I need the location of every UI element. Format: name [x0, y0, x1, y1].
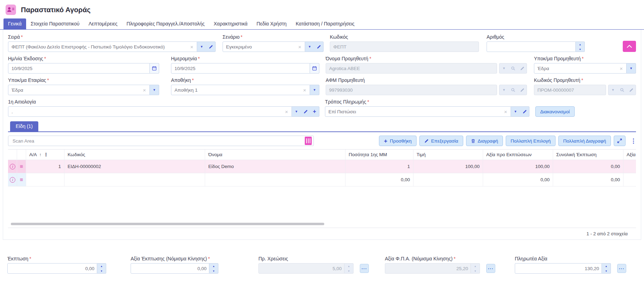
tab-items[interactable]: Είδη (1) — [10, 121, 38, 131]
search-icon — [618, 85, 627, 95]
vat-value-more-button[interactable]: ··· — [486, 264, 495, 273]
number-field: Αριθμός ▲ ▼ — [487, 34, 585, 52]
expand-grid-button[interactable] — [614, 136, 626, 146]
tab-characteristics[interactable]: Χαρακτηριστικά — [209, 18, 252, 29]
row-info-icon[interactable]: i — [10, 177, 15, 183]
settlements-button[interactable]: Διακανονισμοί — [535, 106, 575, 117]
dropdown-icon[interactable]: ▼ — [310, 85, 319, 95]
col-header-total-discount[interactable]: Συνολική Έκπτωση — [553, 150, 623, 160]
clear-icon[interactable]: × — [284, 109, 289, 114]
clear-icon[interactable]: × — [302, 87, 307, 93]
clear-icon[interactable]: × — [619, 66, 624, 71]
column-menu-icon[interactable]: ⋮ — [44, 152, 48, 157]
payable-value-more-button[interactable]: ··· — [617, 264, 626, 273]
dropdown-icon[interactable]: ▼ — [627, 63, 636, 73]
multi-select-button[interactable]: Πολλαπλή Επιλογή — [506, 136, 556, 146]
delete-line-button[interactable]: Διαγραφή — [466, 136, 503, 146]
supplier-code-input — [537, 87, 603, 93]
spin-up-icon[interactable]: ▲ — [97, 264, 106, 268]
dropdown-icon[interactable]: ▼ — [292, 107, 301, 116]
dropdown-icon[interactable]: ▼ — [305, 42, 314, 52]
multi-delete-button[interactable]: Πολλαπλή Διαγραφή — [558, 136, 611, 146]
dropdown-icon[interactable]: ▼ — [511, 107, 520, 116]
barcode-button[interactable] — [305, 137, 312, 145]
spin-down-icon[interactable]: ▼ — [602, 268, 611, 273]
col-header-value[interactable]: Αξία — [623, 150, 636, 160]
table-row[interactable]: i ≡ 1 ΕΙΔΗ-00000002 Είδος Demo 1 100,00 … — [8, 160, 636, 173]
spin-down-icon[interactable]: ▼ — [576, 47, 584, 52]
pencil-icon — [424, 139, 429, 143]
add-icon[interactable]: + — [310, 107, 319, 116]
spin-down-icon: ▼ — [344, 268, 353, 273]
cell-price — [413, 173, 483, 186]
reason1-input[interactable] — [11, 109, 284, 114]
clear-icon[interactable]: × — [297, 44, 302, 49]
calendar-icon[interactable] — [310, 63, 319, 73]
clear-icon[interactable]: × — [189, 44, 194, 49]
dropdown-icon[interactable]: ▼ — [197, 42, 206, 52]
discount-value-field: Αξία Έκπτωσης (Νόμισμα Κίνησης)* ▲▼ — [131, 256, 218, 274]
payable-value-input[interactable] — [518, 266, 599, 271]
scan-area-input[interactable] — [12, 138, 305, 144]
spin-down-icon[interactable]: ▼ — [97, 268, 106, 273]
supplier-branch-input[interactable] — [537, 66, 619, 71]
spin-up-icon[interactable]: ▲ — [602, 264, 611, 268]
tab-document-data[interactable]: Στοιχεία Παραστατικού — [26, 18, 84, 29]
row-handle-icon[interactable]: ≡ — [20, 163, 23, 170]
edit-pencil-icon[interactable] — [314, 42, 323, 52]
col-header-price[interactable]: Τιμή — [413, 150, 483, 160]
edit-pencil-icon[interactable] — [520, 107, 529, 116]
tab-details[interactable]: Λεπτομέρειες — [84, 18, 122, 29]
calendar-icon[interactable] — [150, 63, 159, 73]
dropdown-icon: ▼ — [499, 63, 509, 73]
row-handle-icon[interactable]: ≡ — [20, 177, 23, 183]
spin-up-icon[interactable]: ▲ — [209, 264, 218, 268]
vat-value-input — [388, 266, 468, 271]
clear-icon[interactable]: × — [503, 109, 508, 114]
series-input[interactable] — [11, 44, 189, 49]
edit-pencil-icon[interactable] — [206, 42, 215, 52]
edit-line-button[interactable]: Επεξεργασία — [419, 136, 463, 146]
col-header-handle — [17, 150, 26, 160]
col-header-aa[interactable]: Α/Α ↑ ⋮ — [26, 150, 64, 160]
spin-up-icon[interactable]: ▲ — [576, 42, 584, 47]
row-info-icon[interactable]: i — [10, 164, 15, 169]
expand-icon — [617, 138, 622, 143]
date-input[interactable] — [174, 66, 307, 71]
col-header-value-before-discounts[interactable]: Αξία προ Εκπτώσεων — [483, 150, 553, 160]
cell-aa: 1 — [26, 160, 64, 173]
cell-name: Είδος Demo — [205, 160, 346, 173]
tab-general[interactable]: Γενικά — [3, 18, 26, 29]
extra-charges-input — [262, 266, 342, 271]
cell-total-discount: 0,00 — [553, 173, 623, 186]
col-header-name[interactable]: Όνομα — [205, 150, 346, 160]
main-tabbar: Γενικά Στοιχεία Παραστατικού Λεπτομέρειε… — [0, 18, 644, 30]
warehouse-input[interactable] — [174, 87, 302, 93]
extra-charges-more-button[interactable]: ··· — [360, 264, 369, 273]
number-input[interactable] — [490, 44, 573, 49]
company-branch-input[interactable] — [11, 87, 142, 93]
vat-value-field: Αξία Φ.Π.Α. (Νόμισμα Κίνησης)* ▲▼ ··· — [385, 256, 495, 274]
add-line-button[interactable]: +Προσθήκη — [379, 136, 416, 146]
col-header-code[interactable]: Κωδικός — [64, 150, 205, 160]
plus-icon: + — [384, 138, 387, 144]
payment-method-input[interactable] — [328, 109, 503, 114]
col-header-qty[interactable]: Ποσότητα 1ης ΜΜ — [346, 150, 413, 160]
clear-icon[interactable]: × — [142, 87, 147, 93]
collapse-header-button[interactable] — [623, 41, 636, 52]
discount-input[interactable] — [11, 266, 94, 271]
grid-menu-button[interactable]: ⋮ — [628, 137, 636, 145]
spin-down-icon[interactable]: ▼ — [209, 268, 218, 273]
issue-date-input[interactable] — [11, 66, 147, 71]
tab-order-shipping-info[interactable]: Πληροφορίες Παραγγελ./Αποστολής — [122, 18, 209, 29]
dropdown-icon[interactable]: ▼ — [150, 85, 159, 95]
edit-pencil-icon[interactable] — [301, 107, 310, 116]
totals-bar: Έκπτωση* ▲▼ Αξία Έκπτωσης (Νόμισμα Κίνησ… — [7, 256, 644, 274]
tab-status-notes[interactable]: Κατάσταση / Παρατηρήσεις — [291, 18, 359, 29]
horizontal-scrollbar[interactable] — [11, 223, 324, 225]
table-row[interactable]: i ≡ 0,00 0,00 0,00 — [8, 173, 636, 186]
discount-value-input[interactable] — [134, 266, 207, 271]
scenario-input[interactable] — [226, 44, 297, 49]
cell-price: 100,00 — [413, 160, 483, 173]
tab-user-fields[interactable]: Πεδία Χρήστη — [252, 18, 291, 29]
